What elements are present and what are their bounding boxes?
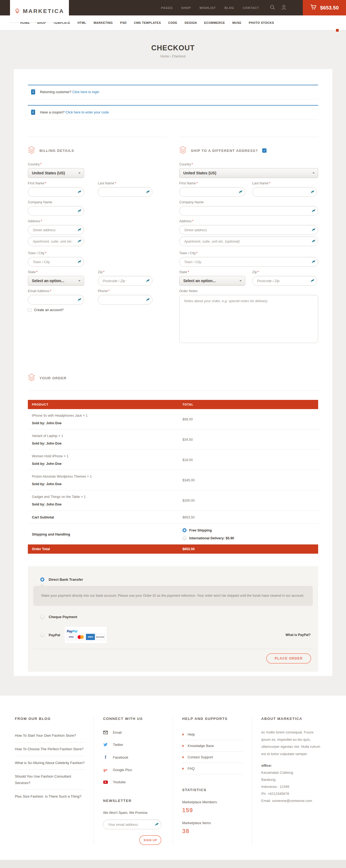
billing-zip-input[interactable] [98, 276, 152, 286]
signup-button[interactable]: SIGN UP [139, 835, 161, 845]
account-icon[interactable] [281, 5, 286, 11]
shipping-apartment-input[interactable] [179, 236, 318, 246]
subnav-html[interactable]: HTML [77, 21, 86, 24]
login-notice-text: Returning customer? Click here to login [40, 90, 99, 94]
required-mark: * [192, 219, 194, 223]
column-product: PRODUCT [28, 403, 182, 406]
required-mark: * [103, 270, 104, 274]
stat-items-label: Marketplace Items [182, 821, 243, 825]
shipping-last-name-input[interactable] [252, 187, 317, 197]
billing-town-input[interactable] [28, 257, 84, 267]
create-account-checkbox[interactable] [28, 308, 31, 312]
autofill-gazelle-icon[interactable] [311, 228, 315, 232]
shipping-first-name-input[interactable] [179, 187, 245, 197]
search-icon[interactable] [270, 5, 275, 11]
autofill-gazelle-icon[interactable] [310, 279, 314, 283]
blog-post-link[interactable]: How To Choose The Perfect Fashion Store? [15, 742, 85, 756]
connect-gplus-link[interactable]: g+ Google Plus [103, 766, 164, 778]
shipping-company-input[interactable] [179, 206, 318, 216]
autofill-gazelle-icon[interactable] [77, 298, 81, 302]
topnav-contact[interactable]: CONTACT [243, 6, 259, 9]
subnav-psd[interactable]: PSD [120, 21, 127, 24]
required-mark: * [269, 181, 270, 185]
autofill-gazelle-icon[interactable] [146, 190, 150, 194]
shipping-street-input[interactable] [179, 225, 318, 235]
autofill-gazelle-icon[interactable] [146, 298, 150, 302]
autofill-gazelle-icon[interactable] [310, 190, 314, 194]
shipping-town-input[interactable] [179, 257, 318, 267]
autofill-gazelle-icon[interactable] [77, 209, 81, 213]
help-link[interactable]: Knowladge Base [182, 740, 243, 751]
topnav-blog[interactable]: BLOG [224, 6, 234, 9]
subnav-design[interactable]: DESIGN [185, 21, 197, 24]
billing-country-select[interactable]: United States (US) [28, 168, 84, 178]
autofill-gazelle-icon[interactable] [311, 209, 315, 213]
shipping-country-select[interactable]: United States (US) [179, 168, 318, 178]
autofill-gazelle-icon[interactable] [311, 240, 315, 243]
connect-youtube-link[interactable]: Youtube [103, 778, 164, 790]
breadcrumb-home[interactable]: Home [160, 55, 169, 58]
shipping-state-select[interactable]: Select an option... [179, 276, 245, 286]
shipping-state-label: State* [179, 270, 245, 274]
connect-email-link[interactable]: Email [103, 729, 164, 741]
cart-button[interactable]: $653.50 [303, 0, 346, 16]
intl-shipping-radio[interactable] [182, 536, 186, 540]
shipping-zip-input[interactable] [252, 276, 317, 286]
paypal-radio[interactable] [40, 633, 44, 637]
connect-twitter-link[interactable]: Twitter [103, 741, 164, 753]
place-order-button[interactable]: PLACE ORDER [266, 653, 311, 663]
autofill-gazelle-icon[interactable] [77, 228, 81, 232]
billing-street-input[interactable] [28, 225, 84, 235]
subnav-ecommerce[interactable]: ECOMMERCE [204, 21, 225, 24]
blog-post-link[interactable]: Should You Use Fashion Consultant Servic… [15, 770, 85, 790]
subnav-photo-stocks[interactable]: PHOTO STOCKS [249, 21, 274, 24]
price-tag-icon [15, 6, 20, 16]
subnav-muse[interactable]: MUSE [232, 21, 241, 24]
brand-logo[interactable]: MARKETICA [10, 0, 69, 22]
topnav-wishlist[interactable]: WISHLIST [200, 6, 216, 9]
autofill-gazelle-icon[interactable] [146, 279, 150, 283]
ship-different-checkbox[interactable]: ✓ [262, 148, 267, 153]
autofill-gazelle-icon[interactable] [77, 190, 81, 194]
login-link[interactable]: Click here to login [72, 90, 99, 94]
free-shipping-radio[interactable] [182, 528, 186, 532]
blog-post-link[interactable]: What is So Alluring About Celebrity Fash… [15, 756, 85, 770]
billing-last-name-input[interactable] [98, 187, 152, 197]
subnav-marketing[interactable]: MARKETING [94, 21, 113, 24]
billing-email-input[interactable] [28, 295, 84, 305]
billing-apartment-input[interactable] [28, 236, 84, 246]
help-link[interactable]: Help [182, 729, 243, 740]
cart-icon [310, 4, 316, 12]
autofill-gazelle-icon[interactable] [154, 823, 159, 826]
free-shipping-option: Free Shipping [182, 528, 318, 532]
newsletter-email-input[interactable] [103, 819, 161, 829]
autofill-gazelle-icon[interactable] [77, 240, 81, 243]
autofill-gazelle-icon[interactable] [311, 260, 315, 264]
billing-first-name-input[interactable] [28, 187, 84, 197]
bullet-icon [182, 745, 184, 747]
connect-facebook-link[interactable]: f Facebook [103, 753, 164, 766]
help-link[interactable]: FAQ [182, 763, 243, 774]
topnav-shop[interactable]: SHOP [181, 6, 191, 9]
help-link[interactable]: Contact Support [182, 751, 243, 763]
autofill-gazelle-icon[interactable] [77, 260, 81, 264]
order-notes-textarea[interactable] [179, 295, 318, 343]
subnav-cms-templates[interactable]: CMS TEMPLATES [134, 21, 161, 24]
coupon-link[interactable]: Click here to enter your code [66, 111, 109, 114]
billing-state-select[interactable]: Select an option... [28, 276, 84, 286]
billing-phone-input[interactable] [98, 295, 152, 305]
topnav-pages[interactable]: PAGES [161, 6, 173, 9]
blog-post-link[interactable]: How To Start Your Own Fashion Store? [15, 729, 85, 742]
order-total-bar: Order Total $653.50 [28, 545, 318, 554]
blog-post-link[interactable]: Plus Size Fashion: Is There Such a Thing… [15, 790, 85, 803]
billing-company-input[interactable] [28, 206, 84, 216]
order-row: Gadget and Things on the Table × 1 Sold … [28, 490, 318, 510]
autofill-gazelle-icon[interactable] [238, 190, 242, 194]
subnav-code[interactable]: CODE [168, 21, 177, 24]
bank-transfer-radio[interactable] [40, 578, 44, 582]
what-is-paypal-link[interactable]: What is PayPal? [285, 633, 313, 637]
address-line: Kecamatan Coblong [261, 769, 322, 776]
cheque-radio[interactable] [40, 615, 44, 619]
product-seller: Sold by: John Doe [32, 482, 182, 486]
info-icon: i [31, 110, 35, 115]
